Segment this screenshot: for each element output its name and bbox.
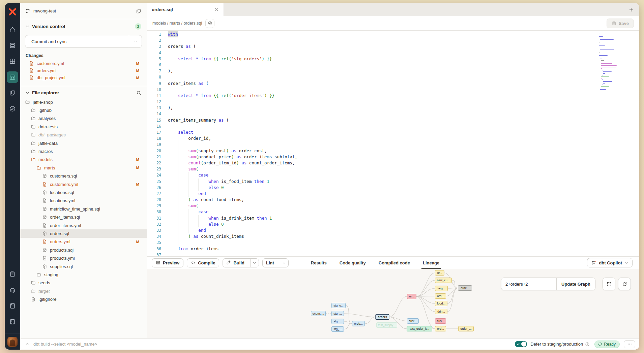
file-tree-item-metricflow-time-spine-sql[interactable]: metricflow_time_spine.sql (20, 205, 147, 213)
lineage-node-food[interactable]: food... (435, 301, 447, 306)
lineage-node-orde_g[interactable]: orde... (458, 285, 472, 291)
lineage-node-or_p[interactable]: or... (407, 294, 416, 299)
lint-button[interactable]: Lint (263, 259, 277, 267)
status-badge[interactable]: Ready (594, 341, 620, 348)
file-explorer-header[interactable]: File explorer (20, 86, 147, 98)
commit-and-sync-button[interactable]: Commit and sync (25, 35, 142, 48)
file-tree-item--github[interactable]: .github (20, 106, 147, 114)
build-options-dropdown[interactable] (250, 259, 259, 267)
command-input[interactable] (33, 342, 515, 347)
file-tree-item-jaffle-data[interactable]: jaffle-data (20, 139, 147, 147)
file-tree-item-seeds[interactable]: seeds (20, 279, 147, 287)
file-tree-item-data-tests[interactable]: data-tests (20, 123, 147, 131)
rail-item-clipboard[interactable] (7, 268, 18, 280)
lineage-node-orde1[interactable]: orde... (352, 321, 365, 326)
file-tree-item-customers-sql[interactable]: customers.sql (20, 172, 147, 180)
update-graph-button[interactable]: Update Graph (556, 278, 595, 290)
rail-item-explore-compass[interactable] (7, 103, 18, 115)
line-number: 13 (147, 105, 168, 111)
lineage-node-stg_3[interactable]: stg_... (331, 326, 344, 332)
tab-lineage[interactable]: Lineage (423, 257, 439, 269)
changed-file-row[interactable]: orders.yml M (20, 67, 147, 74)
lineage-node-stg_2[interactable]: stg_... (331, 319, 344, 324)
minimap[interactable] (599, 33, 622, 92)
lineage-node-drin[interactable]: drin... (435, 309, 447, 314)
lineage-node-or_y[interactable]: or... (435, 270, 444, 276)
version-control-header[interactable]: Version control 3 (20, 19, 147, 32)
code-line: 19 (147, 141, 639, 148)
file-tree-item-order-items-sql[interactable]: order_items.sql (20, 213, 147, 221)
rail-item-home[interactable] (7, 24, 18, 35)
file-tree-item-locations-sql[interactable]: locations.sql (20, 188, 147, 196)
minimap-line (602, 70, 603, 70)
file-tree-item-supplies-sql[interactable]: supplies.sql (20, 262, 147, 270)
file-tree-item-staging[interactable]: staging (20, 270, 147, 279)
file-tree-item-marts[interactable]: martsM (20, 164, 147, 172)
lineage-node-test_oi[interactable]: test_order_it... (407, 326, 432, 331)
build-button[interactable]: Build (223, 259, 248, 267)
file-tree-item-macros[interactable]: macros (20, 147, 147, 155)
changed-file-row[interactable]: customers.yml M (20, 60, 147, 67)
tab-orders-sql[interactable]: orders.sql (147, 3, 224, 16)
rail-item-warehouse-stack[interactable] (7, 40, 18, 51)
save-button[interactable]: Save (607, 19, 634, 28)
dbt-copilot-button[interactable]: dbt Copilot (587, 258, 633, 267)
file-tree-item-orders-sql[interactable]: orders.sql (20, 229, 147, 237)
minimap-line (601, 63, 612, 64)
file-tree-item-customers-yml[interactable]: customers.ymlM (20, 180, 147, 188)
file-tree-item-locations-yml[interactable]: locations.yml (20, 197, 147, 205)
changed-file-row[interactable]: dbt_project.yml M (20, 74, 147, 81)
lineage-node-order_y[interactable]: order_... (458, 326, 474, 331)
fullscreen-button[interactable] (603, 278, 615, 290)
file-tree-item-products-yml[interactable]: products.yml (20, 254, 147, 262)
commit-options-dropdown[interactable] (129, 35, 142, 47)
close-icon[interactable] (214, 7, 219, 12)
new-tab-button[interactable] (628, 7, 634, 12)
refresh-button[interactable] (618, 278, 631, 290)
file-tree-item-models[interactable]: modelsM (20, 156, 147, 164)
defer-toggle[interactable] (515, 341, 527, 347)
lineage-selector-input[interactable] (501, 278, 556, 290)
more-options-button[interactable] (624, 340, 635, 348)
rail-item-environment-card[interactable] (7, 316, 18, 327)
lineage-node-orders[interactable]: orders (376, 314, 389, 320)
lineage-node-new_cu[interactable]: new_cu... (435, 278, 452, 283)
open-in-explorer-button[interactable] (205, 19, 214, 28)
tab-results[interactable]: Results (311, 257, 327, 269)
file-tree-item-dbt-packages[interactable]: dbt_packages (20, 131, 147, 139)
compile-button[interactable]: Compile (187, 258, 219, 267)
preview-button[interactable]: Preview (152, 258, 183, 267)
file-tree-item-target[interactable]: target (20, 287, 147, 295)
lineage-node-ecom[interactable]: ecom..... (311, 311, 326, 316)
lineage-node-ord2[interactable]: ord... (435, 326, 446, 331)
user-avatar[interactable] (7, 337, 18, 347)
modified-badge: M (136, 69, 139, 73)
copy-icon[interactable] (136, 8, 141, 14)
chevron-up-icon[interactable] (25, 342, 29, 346)
search-icon[interactable] (136, 90, 141, 95)
rail-item-docs-book[interactable] (7, 300, 18, 312)
code-editor[interactable]: 1with23orders as (45select * from {{ ref… (147, 31, 639, 256)
file-tree-item-order-items-yml[interactable]: order_items.yml (20, 221, 147, 229)
lint-options-dropdown[interactable] (280, 259, 288, 267)
file-tree-item-analyses[interactable]: analyses (20, 115, 147, 123)
lineage-node-ord1[interactable]: ord... (435, 293, 446, 299)
info-icon[interactable] (585, 342, 590, 347)
lineage-node-cus_p[interactable]: cus... (435, 318, 446, 324)
lineage-node-stg_1[interactable]: stg_... (331, 311, 344, 316)
lineage-node-stg_o[interactable]: stg_o... (331, 303, 346, 308)
tab-compiled-code[interactable]: Compiled code (379, 257, 410, 269)
rail-item-support-headset[interactable] (7, 284, 18, 296)
file-tree-item-products-sql[interactable]: products.sql (20, 246, 147, 254)
lineage-node-larg[interactable]: larg... (435, 286, 448, 291)
rail-item-apps-grid[interactable] (7, 56, 18, 67)
file-tree-item-jaffle-shop[interactable]: jaffle-shop (20, 98, 147, 106)
tab-code-quality[interactable]: Code quality (340, 257, 366, 269)
file-tree-item--gitignore[interactable]: .gitignore (20, 295, 147, 303)
lineage-node-cust[interactable]: cust... (407, 318, 419, 324)
lineage-node-test_supply[interactable]: test_supply... (376, 322, 397, 328)
rail-item-projects-squares[interactable] (7, 87, 18, 99)
rail-item-ide-code-window[interactable] (7, 71, 18, 83)
file-tree-item-orders-yml[interactable]: orders.ymlM (20, 238, 147, 246)
dbt-logo[interactable] (7, 6, 18, 17)
